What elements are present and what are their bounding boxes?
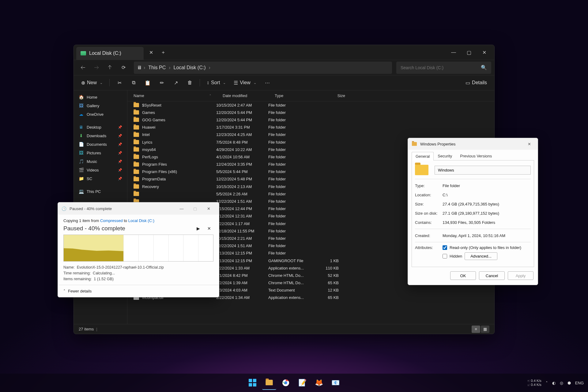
firefox-taskbar-icon[interactable]: 🦊	[312, 376, 326, 390]
props-title-text: Windows Properties	[420, 142, 456, 146]
readonly-checkbox[interactable]	[443, 245, 447, 250]
language-indicator[interactable]: ENG	[575, 381, 584, 385]
file-name: Program Files	[142, 162, 167, 167]
prop-size: 27.4 GB (29,479,715,365 bytes)	[443, 202, 531, 206]
sidebar-item[interactable]: 🖼Pictures📌	[76, 149, 125, 157]
copy-source-link[interactable]: Compressed	[100, 218, 123, 223]
copy-minimize-button[interactable]: ―	[175, 204, 188, 213]
advanced-button[interactable]: Advanced...	[465, 252, 497, 260]
resume-button[interactable]: ▶	[194, 224, 202, 233]
tab-previous-versions[interactable]: Previous Versions	[456, 152, 496, 160]
sidebar-item[interactable]: ⬇Downloads📌	[76, 131, 125, 140]
tab-general[interactable]: General	[412, 152, 434, 160]
cut-button[interactable]: ✂	[113, 77, 126, 88]
hidden-checkbox[interactable]	[443, 254, 447, 258]
sidebar-item[interactable]: 🏠Home	[76, 93, 125, 101]
search-box[interactable]: 🔍	[396, 62, 491, 74]
chrome-taskbar-icon[interactable]	[279, 376, 293, 390]
fewer-details-toggle[interactable]: ˄ Fewer details	[58, 285, 219, 297]
delete-button[interactable]: 🗑	[184, 77, 196, 88]
file-size: 65 KB	[314, 295, 345, 300]
file-row[interactable]: GOG Games 12/20/2024 5:44 PM File folder	[127, 116, 494, 123]
tray-chevron-icon[interactable]: ˄	[546, 381, 548, 385]
breadcrumb[interactable]: 🖥 › This PC › Local Disk (C:) ›	[134, 62, 392, 74]
maximize-button[interactable]: ▢	[461, 46, 477, 58]
file-row[interactable]: Huawei 1/17/2024 3:31 PM File folder	[127, 124, 494, 131]
view-icons-toggle[interactable]: ▦	[481, 326, 489, 333]
view-button[interactable]: ☰ View⌄	[231, 77, 259, 88]
col-size-header[interactable]: Size	[321, 93, 351, 98]
search-input[interactable]	[401, 65, 481, 70]
sidebar-item[interactable]: ☁OneDrive	[76, 110, 125, 119]
rename-button[interactable]: ✏	[156, 77, 168, 88]
notepad-taskbar-icon[interactable]: 📝	[295, 376, 309, 390]
sidebar-item[interactable]: 🎬Videos📌	[76, 166, 125, 174]
tab-security[interactable]: Security	[434, 152, 456, 160]
tray-app-icon[interactable]: ◎	[560, 381, 563, 385]
forward-button[interactable]: 🡢	[90, 62, 103, 74]
sidebar-item[interactable]: 📄Documents📌	[76, 140, 125, 149]
col-date-header[interactable]: Date modified	[223, 93, 275, 98]
file-explorer-taskbar-icon[interactable]	[262, 376, 276, 390]
new-button[interactable]: ⊕ New⌄	[78, 77, 106, 88]
file-date: 12/20/2024 5:44 PM	[216, 110, 268, 115]
copy-maximize-button[interactable]: ▢	[188, 204, 202, 213]
refresh-button[interactable]: ⟳	[117, 62, 130, 74]
tab-close-button[interactable]: ✕	[146, 47, 156, 57]
breadcrumb-item[interactable]: Local Disk (C:)	[172, 65, 207, 70]
file-row[interactable]: Games 12/20/2024 5:44 PM File folder	[127, 109, 494, 116]
close-button[interactable]: ✕	[477, 46, 492, 58]
start-button[interactable]	[246, 376, 260, 390]
folder-name-input[interactable]	[435, 166, 531, 175]
sort-button[interactable]: ↕ Sort⌄	[204, 77, 229, 88]
sidebar-item-label: Music	[87, 159, 97, 164]
sidebar-item[interactable]: 💻This PC	[76, 187, 125, 196]
view-details-toggle[interactable]: ≡	[472, 326, 480, 333]
cancel-copy-button[interactable]: ✕	[205, 224, 213, 233]
paste-button[interactable]: 📋	[141, 77, 154, 88]
share-button[interactable]: ↗	[170, 77, 182, 88]
file-size: 12 KB	[314, 288, 345, 292]
tray-app-icon[interactable]: ⬢	[567, 381, 571, 385]
file-type: File folder	[268, 169, 314, 174]
drive-icon	[81, 51, 86, 55]
copy-dest-link[interactable]: Local Disk (C:)	[128, 218, 154, 223]
col-type-header[interactable]: Type	[275, 93, 321, 98]
minimize-button[interactable]: ―	[446, 46, 461, 58]
tab-add-button[interactable]: ＋	[158, 47, 168, 57]
tray-app-icon[interactable]: ◐	[552, 381, 556, 385]
file-type: File folder	[268, 221, 314, 226]
file-date: 12/22/2024 1:51 AM	[216, 199, 268, 204]
folder-icon	[134, 170, 139, 174]
apply-button[interactable]: Apply	[508, 271, 533, 280]
file-type: File folder	[268, 177, 314, 181]
pin-icon: 📌	[118, 160, 122, 164]
file-row[interactable]: $SysReset 10/15/2024 2:47 AM File folder	[127, 101, 494, 109]
props-close-button[interactable]: ✕	[524, 142, 534, 146]
ok-button[interactable]: OK	[450, 271, 476, 280]
breadcrumb-item[interactable]: This PC	[147, 65, 167, 70]
folder-icon	[134, 118, 139, 122]
copy-button[interactable]: ⧉	[127, 77, 140, 88]
details-pane-button[interactable]: ▭ Details	[462, 77, 490, 88]
file-row[interactable]: Intel 12/23/2024 4:25 AM File folder	[127, 131, 494, 138]
sidebar-item-label: Videos	[87, 168, 99, 172]
pin-icon: 📌	[118, 151, 122, 155]
col-name-header[interactable]: Name	[127, 93, 216, 98]
sidebar-item[interactable]: 🖥Desktop📌	[76, 123, 125, 131]
mail-taskbar-icon[interactable]: 📧	[328, 376, 342, 390]
window-tab[interactable]: Local Disk (C:)	[76, 47, 144, 60]
sidebar-item[interactable]: 📁SC📌	[76, 174, 125, 183]
sidebar-item[interactable]: 🎵Music📌	[76, 157, 125, 166]
back-button[interactable]: 🡠	[77, 62, 89, 74]
item-count: 27 items	[79, 327, 94, 331]
up-button[interactable]: 🡡	[104, 62, 116, 74]
sidebar-item[interactable]: 🖼Gallery	[76, 101, 125, 110]
more-button[interactable]: ⋯	[261, 77, 273, 88]
copy-close-button[interactable]: ✕	[202, 204, 215, 213]
file-type: File folder	[268, 199, 314, 204]
cancel-button[interactable]: Cancel	[479, 271, 505, 280]
sidebar-icon: 🖼	[79, 103, 84, 108]
search-icon: 🔍	[481, 65, 487, 70]
file-type: File folder	[268, 192, 314, 196]
